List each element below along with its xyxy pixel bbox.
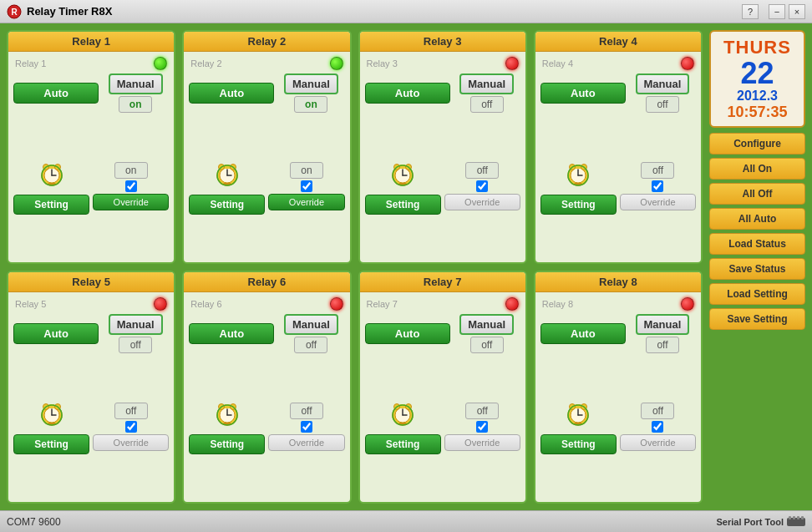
configure-button[interactable]: Configure <box>709 133 805 155</box>
override-button-7[interactable]: Override <box>444 434 520 451</box>
override-checkbox-1[interactable] <box>125 180 137 192</box>
setting-button-7[interactable]: Setting <box>365 434 441 454</box>
window-controls: ? − × <box>742 4 805 19</box>
manual-button-8[interactable]: Manual <box>636 314 690 335</box>
relay-status-row-6: Relay 6 <box>189 297 344 311</box>
relay-status-row-4: Relay 4 <box>540 57 696 70</box>
setting-button-4[interactable]: Setting <box>540 195 617 215</box>
svg-rect-78 <box>801 516 804 519</box>
override-checkbox-7[interactable] <box>476 421 488 433</box>
close-button[interactable]: × <box>789 4 805 19</box>
relay-row-2: Relay 5 Relay 5 Auto Manual off <box>7 271 703 504</box>
override-checkbox-8[interactable] <box>652 421 663 433</box>
save-setting-button[interactable]: Save Setting <box>709 308 805 330</box>
alarm-container-1: Setting <box>13 159 89 215</box>
override-button-8[interactable]: Override <box>620 434 696 451</box>
setting-button-3[interactable]: Setting <box>365 195 441 215</box>
all-auto-button[interactable]: All Auto <box>709 208 805 230</box>
override-status-3: off <box>465 162 499 179</box>
all-off-button[interactable]: All Off <box>709 183 805 205</box>
manual-button-2[interactable]: Manual <box>284 73 338 94</box>
relay-header-8: Relay 8 <box>535 272 701 292</box>
override-checkbox-row-5 <box>125 421 137 433</box>
override-checkbox-4[interactable] <box>652 180 663 192</box>
relay-card-2: Relay 2 Relay 2 Auto Manual on <box>182 30 351 264</box>
manual-button-6[interactable]: Manual <box>284 314 338 335</box>
relay-body-1: Relay 1 Auto Manual on <box>8 52 174 262</box>
manual-button-1[interactable]: Manual <box>109 73 163 94</box>
relay-header-5: Relay 5 <box>8 272 174 292</box>
setting-button-6[interactable]: Setting <box>189 434 265 454</box>
relay-card-5: Relay 5 Relay 5 Auto Manual off <box>7 271 175 504</box>
load-setting-button[interactable]: Load Setting <box>709 283 805 305</box>
save-status-button[interactable]: Save Status <box>709 258 805 280</box>
relay-card-6: Relay 6 Relay 6 Auto Manual off <box>182 271 351 504</box>
auto-button-7[interactable]: Auto <box>365 323 450 344</box>
override-button-1[interactable]: Override <box>93 194 169 210</box>
alarm-container-5: Setting <box>13 398 89 454</box>
override-button-5[interactable]: Override <box>93 434 169 451</box>
auto-button-4[interactable]: Auto <box>540 83 626 104</box>
relay-led-4 <box>681 57 694 70</box>
alarm-icon-2 <box>212 159 242 193</box>
title-bar: R Relay Timer R8X ? − × <box>0 0 812 23</box>
relay-card-3: Relay 3 Relay 3 Auto Manual off <box>358 30 527 264</box>
override-checkbox-row-1 <box>125 180 137 192</box>
relay-buttons-3: Auto Manual off <box>365 73 520 113</box>
manual-button-3[interactable]: Manual <box>459 73 514 94</box>
help-button[interactable]: ? <box>742 4 759 19</box>
serial-port-icon <box>787 516 805 528</box>
override-status-1: on <box>114 162 148 179</box>
setting-button-5[interactable]: Setting <box>13 434 89 454</box>
auto-button-6[interactable]: Auto <box>189 323 274 344</box>
relay-label-5: Relay 5 <box>15 299 46 309</box>
manual-section-8: Manual off <box>629 314 696 353</box>
manual-button-4[interactable]: Manual <box>636 73 690 94</box>
status-right-text: Serial Port Tool <box>717 517 784 527</box>
relay-buttons-7: Auto Manual off <box>365 314 520 353</box>
relay-label-3: Relay 3 <box>367 58 398 68</box>
override-checkbox-6[interactable] <box>301 421 312 433</box>
override-status-8: off <box>641 403 674 419</box>
override-checkbox-5[interactable] <box>125 421 137 433</box>
manual-section-5: Manual off <box>102 314 169 353</box>
status-right: Serial Port Tool <box>717 516 805 528</box>
relay-status-row-1: Relay 1 <box>13 57 169 70</box>
relay-buttons-5: Auto Manual off <box>13 314 169 353</box>
load-status-button[interactable]: Load Status <box>709 233 805 255</box>
main-content: Relay 1 Relay 1 Auto Manual on <box>0 23 812 510</box>
right-buttons: ConfigureAll OnAll OffAll AutoLoad Statu… <box>709 133 805 504</box>
override-button-2[interactable]: Override <box>268 194 344 210</box>
all-on-button[interactable]: All On <box>709 158 805 180</box>
alarm-container-6: Setting <box>189 398 265 454</box>
setting-button-2[interactable]: Setting <box>189 195 265 215</box>
minimize-button[interactable]: − <box>769 4 785 19</box>
override-section-4: off Override <box>620 162 696 210</box>
override-checkbox-2[interactable] <box>301 180 312 192</box>
svg-rect-76 <box>793 516 795 519</box>
manual-status-3: off <box>470 96 504 113</box>
auto-button-5[interactable]: Auto <box>13 323 99 344</box>
auto-button-3[interactable]: Auto <box>365 83 450 104</box>
clock-time: 10:57:35 <box>716 104 799 121</box>
override-section-3: off Override <box>444 162 520 210</box>
override-checkbox-row-4 <box>652 180 663 192</box>
relay-body-3: Relay 3 Auto Manual off <box>360 52 525 262</box>
right-panel: THURS 22 2012.3 10:57:35 ConfigureAll On… <box>709 30 805 504</box>
setting-button-1[interactable]: Setting <box>13 195 89 215</box>
relay-status-row-7: Relay 7 <box>365 297 520 311</box>
override-button-3[interactable]: Override <box>444 194 520 210</box>
manual-button-5[interactable]: Manual <box>109 314 163 335</box>
override-button-6[interactable]: Override <box>268 434 344 451</box>
override-checkbox-3[interactable] <box>476 180 488 192</box>
manual-button-7[interactable]: Manual <box>459 314 514 335</box>
manual-section-3: Manual off <box>454 73 520 113</box>
auto-button-1[interactable]: Auto <box>13 83 99 104</box>
setting-button-8[interactable]: Setting <box>540 434 617 454</box>
auto-button-2[interactable]: Auto <box>189 83 274 104</box>
auto-button-8[interactable]: Auto <box>540 323 626 344</box>
alarm-icon-5 <box>37 398 67 433</box>
override-checkbox-row-2 <box>301 180 312 192</box>
override-button-4[interactable]: Override <box>620 194 696 210</box>
clock-display: THURS 22 2012.3 10:57:35 <box>709 30 805 128</box>
